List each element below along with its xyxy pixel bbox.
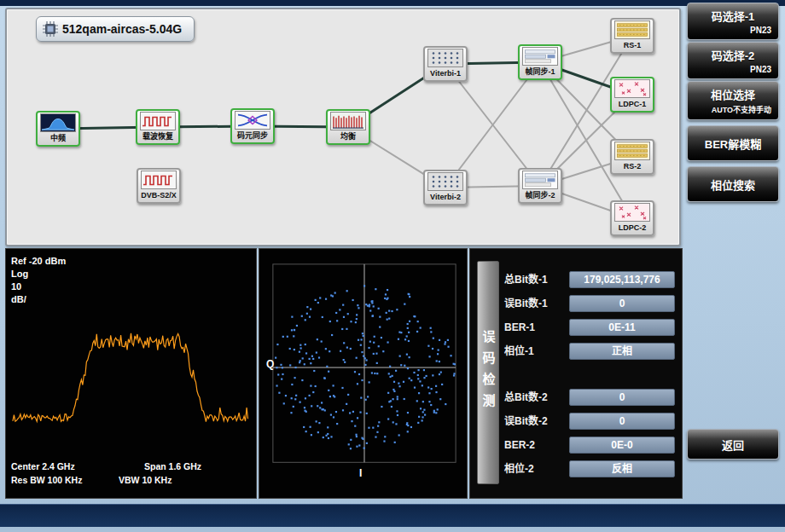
back-button-label: 返回 xyxy=(688,437,778,453)
flow-diagram: 512qam-aircas-5.04G 中频载波恢复码元同步均衡DVB-S2/X… xyxy=(5,8,681,246)
phase-search-button[interactable]: 相位搜索 xyxy=(687,166,779,202)
sidebar-button-label: 码选择-2 xyxy=(688,47,778,63)
pulse-icon xyxy=(141,171,177,189)
flow-node-mayuan[interactable]: 码元同步 xyxy=(230,108,275,144)
flow-node-rs2[interactable]: RS-2 xyxy=(610,139,654,175)
flow-node-ldpc2[interactable]: LDPC-2 xyxy=(610,200,654,236)
rs-icon xyxy=(614,20,650,39)
ber-row: 总Bit数-1179,025,113,776 xyxy=(504,271,675,288)
app-window: 512qam-aircas-5.04G 中频载波恢复码元同步均衡DVB-S2/X… xyxy=(0,0,785,532)
spectrum-span-label: Span 1.6 GHz xyxy=(144,461,201,471)
flow-node-zaibo[interactable]: 载波恢复 xyxy=(136,109,180,145)
flow-node-label: 帧同步-1 xyxy=(520,66,561,78)
flow-node-label: DVB-S2/X xyxy=(138,189,179,201)
flow-node-label: RS-1 xyxy=(612,39,653,51)
code-select-1-button[interactable]: 码选择-1PN23 xyxy=(687,3,779,40)
ber-row-value: 0E-0 xyxy=(569,437,675,454)
flow-node-zhen1[interactable]: 帧同步-1 xyxy=(518,44,562,80)
spectrum-db-label: dB/ xyxy=(11,294,26,304)
i-axis-label: I xyxy=(359,467,362,479)
ber-side-label: 误码检测 xyxy=(477,261,499,484)
ber-row-label: 总Bit数-2 xyxy=(504,389,567,406)
ber-row-value: 反相 xyxy=(569,460,675,477)
spectrum-resbw-label: Res BW 100 KHz xyxy=(11,475,82,485)
chip-icon xyxy=(42,20,59,38)
constellation-display: Q I xyxy=(259,248,468,499)
eq-icon xyxy=(330,112,366,130)
rs-icon xyxy=(614,142,650,160)
spectrum-ref-label: Ref -20 dBm xyxy=(11,256,66,266)
flow-node-dvbs2x[interactable]: DVB-S2/X xyxy=(137,168,181,204)
spectrum-log-label: Log xyxy=(11,269,28,279)
ber-row-value: 0E-11 xyxy=(569,319,675,336)
constellation-plot xyxy=(259,249,467,498)
pulse-icon xyxy=(140,112,176,130)
ber-row-value: 179,025,113,776 xyxy=(569,271,675,288)
ber-row-label: 误Bit数-2 xyxy=(504,413,567,430)
bottom-bar xyxy=(0,504,785,527)
ldpc-icon xyxy=(614,203,650,222)
ber-row: BER-20E-0 xyxy=(504,437,675,454)
flow-node-viterbi1[interactable]: Viterbi-1 xyxy=(423,46,468,82)
ber-row-value: 0 xyxy=(569,389,675,406)
ber-row: 误Bit数-10 xyxy=(504,295,675,312)
flow-node-junheng[interactable]: 均衡 xyxy=(326,109,370,145)
flow-node-label: LDPC-1 xyxy=(612,98,653,110)
sidebar-button-value: AUTO不支持手动 xyxy=(688,104,778,115)
flow-node-label: 帧同步-2 xyxy=(520,189,561,201)
sidebar-button-label: 相位搜索 xyxy=(688,176,778,193)
ber-row-value: 0 xyxy=(569,413,675,430)
phase-select-button[interactable]: 相位选择AUTO不支持手动 xyxy=(687,81,779,120)
sidebar-button-value: PN23 xyxy=(688,65,778,74)
back-button[interactable]: 返回 xyxy=(687,429,779,460)
sidebar: 码选择-1PN23码选择-2PN23相位选择AUTO不支持手动BER解模糊相位搜… xyxy=(686,0,782,532)
flow-node-label: Viterbi-1 xyxy=(425,67,466,79)
spectrum-vbw-label: VBW 10 KHz xyxy=(119,475,172,485)
flow-node-ldpc1[interactable]: LDPC-1 xyxy=(610,77,654,113)
ber-row-label: BER-2 xyxy=(504,437,567,454)
viterbi-icon xyxy=(427,49,463,67)
sidebar-button-label: 码选择-1 xyxy=(688,8,778,24)
ber-row: 相位-2反相 xyxy=(504,460,675,477)
ber-row-value: 0 xyxy=(569,295,675,312)
flow-node-label: 码元同步 xyxy=(232,130,273,142)
spectrum-display: Ref -20 dBm Log 10 dB/ Center 2.4 GHz Sp… xyxy=(5,248,257,499)
signal-title: 512qam-aircas-5.04G xyxy=(62,22,182,36)
q-axis-label: Q xyxy=(266,358,274,370)
flow-node-label: 载波恢复 xyxy=(137,130,178,142)
ber-row: 相位-1正相 xyxy=(504,343,675,360)
ber-row-label: BER-1 xyxy=(504,319,567,336)
sync-icon xyxy=(235,111,270,130)
sidebar-button-label: BER解模糊 xyxy=(688,136,778,152)
signal-title-button[interactable]: 512qam-aircas-5.04G xyxy=(36,16,195,42)
flow-node-zhongpin[interactable]: 中频 xyxy=(36,111,80,147)
ber-row-label: 相位-2 xyxy=(504,460,567,477)
ldpc-icon xyxy=(614,79,650,98)
ber-row: BER-10E-11 xyxy=(504,319,675,336)
flow-node-viterbi2[interactable]: Viterbi-2 xyxy=(423,170,468,205)
ber-row-label: 误Bit数-1 xyxy=(504,295,567,312)
frame-icon xyxy=(522,171,558,189)
flow-node-label: 中频 xyxy=(38,132,78,144)
ber-row-label: 相位-1 xyxy=(504,343,567,360)
flow-node-label: Viterbi-2 xyxy=(425,191,466,203)
frame-icon xyxy=(522,47,558,66)
viterbi-icon xyxy=(427,172,463,191)
flow-node-label: LDPC-2 xyxy=(612,222,653,234)
top-bar xyxy=(0,0,785,6)
ber-row: 总Bit数-20 xyxy=(504,389,675,406)
ber-deambiguity-button[interactable]: BER解模糊 xyxy=(687,125,779,161)
spectrum-center-label: Center 2.4 GHz xyxy=(11,461,75,471)
flow-node-rs1[interactable]: RS-1 xyxy=(610,18,654,54)
ber-row-value: 正相 xyxy=(569,343,675,360)
code-select-2-button[interactable]: 码选择-2PN23 xyxy=(687,42,779,79)
spectrum-log-value: 10 xyxy=(11,281,21,292)
ber-row: 误Bit数-20 xyxy=(504,413,675,430)
flow-node-label: RS-2 xyxy=(612,160,653,172)
sidebar-button-value: PN23 xyxy=(688,26,778,35)
sidebar-button-label: 相位选择 xyxy=(688,86,778,102)
ber-stats-panel: 误码检测 总Bit数-1179,025,113,776误Bit数-10BER-1… xyxy=(469,248,683,499)
flow-node-zhen2[interactable]: 帧同步-2 xyxy=(518,168,562,204)
ber-row-label: 总Bit数-1 xyxy=(504,271,567,288)
spectrum-icon xyxy=(40,113,76,132)
